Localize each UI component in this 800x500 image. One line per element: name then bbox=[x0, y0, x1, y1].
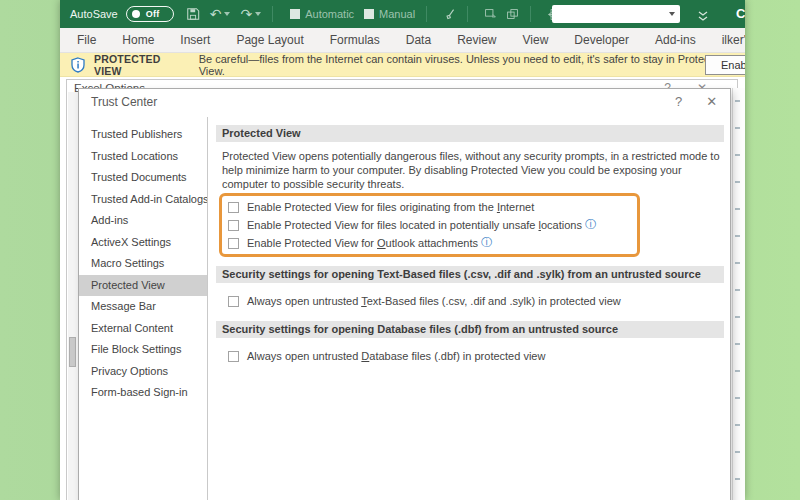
redo-dropdown-icon[interactable] bbox=[255, 12, 261, 16]
checkbox-database-files[interactable] bbox=[228, 351, 239, 362]
format-painter-icon[interactable] bbox=[443, 8, 456, 21]
sidebar-item-form-based-sign-in[interactable]: Form-based Sign-in bbox=[79, 382, 207, 404]
manual-checkbox[interactable] bbox=[364, 9, 374, 19]
ribbon-tab-bar: File Home Insert Page Layout Formulas Da… bbox=[60, 28, 745, 53]
trust-center-close-button[interactable]: ✕ bbox=[706, 94, 717, 109]
checkbox-row-text-based-files[interactable]: Always open untrusted Text-Based files (… bbox=[228, 292, 724, 310]
sidebar-item-trusted-documents[interactable]: Trusted Documents bbox=[79, 167, 207, 189]
trust-center-sidebar: Trusted Publishers Trusted Locations Tru… bbox=[79, 117, 208, 500]
checkbox-text-based-files[interactable] bbox=[228, 296, 239, 307]
autosave-toggle-knob bbox=[132, 10, 140, 18]
tab-formulas[interactable]: Formulas bbox=[317, 33, 393, 47]
save-icon[interactable] bbox=[186, 7, 200, 21]
sidebar-item-privacy-options[interactable]: Privacy Options bbox=[79, 361, 207, 383]
protected-view-panel: Protected View Protected View opens pote… bbox=[208, 117, 730, 500]
trust-center-help-button[interactable]: ? bbox=[675, 94, 682, 109]
sidebar-item-message-bar[interactable]: Message Bar bbox=[79, 296, 207, 318]
enable-editing-button[interactable]: Enable Editing bbox=[705, 55, 745, 75]
scrollbar-thumb[interactable] bbox=[69, 337, 76, 367]
sidebar-item-file-block-settings[interactable]: File Block Settings bbox=[79, 339, 207, 361]
checkbox-row-internet-files[interactable]: Enable Protected View for files originat… bbox=[228, 198, 631, 216]
autosave-state-label: Off bbox=[146, 9, 160, 19]
checkbox-label: Enable Protected View for files located … bbox=[247, 219, 582, 231]
checkbox-label: Always open untrusted Database files (.d… bbox=[247, 350, 545, 362]
checkbox-row-unsafe-locations[interactable]: Enable Protected View for files located … bbox=[228, 216, 631, 234]
tab-view[interactable]: View bbox=[510, 33, 562, 47]
account-avatar[interactable]: C bbox=[736, 6, 745, 21]
automatic-checkbox[interactable] bbox=[290, 9, 300, 19]
sidebar-item-add-ins[interactable]: Add-ins bbox=[79, 210, 207, 232]
message-bar-title: PROTECTED VIEW bbox=[94, 53, 190, 77]
excel-window: AutoSave Off ↶ ↷ Automatic Manual bbox=[60, 0, 745, 500]
message-bar-text: Be careful—files from the Internet can c… bbox=[199, 53, 745, 77]
checkbox-label: Enable Protected View for files originat… bbox=[247, 201, 534, 213]
combobox-arrow-icon bbox=[669, 12, 675, 16]
trust-center-dialog: Trust Center ? ✕ Trusted Publishers Trus… bbox=[78, 88, 731, 500]
separator bbox=[272, 6, 273, 22]
sidebar-item-macro-settings[interactable]: Macro Settings bbox=[79, 253, 207, 275]
highlight-box: Enable Protected View for files originat… bbox=[219, 193, 640, 257]
tab-data[interactable]: Data bbox=[393, 33, 444, 47]
checkbox-outlook-attachments[interactable] bbox=[228, 238, 239, 249]
tab-file[interactable]: File bbox=[64, 33, 109, 47]
checkbox-unsafe-locations[interactable] bbox=[228, 220, 239, 231]
undo-icon[interactable]: ↶ bbox=[210, 7, 222, 21]
trust-center-titlebar[interactable]: Trust Center ? ✕ bbox=[79, 89, 730, 117]
checkbox-row-database-files[interactable]: Always open untrusted Database files (.d… bbox=[228, 347, 724, 365]
shield-info-icon bbox=[71, 57, 85, 73]
sidebar-item-external-content[interactable]: External Content bbox=[79, 318, 207, 340]
protected-view-description: Protected View opens potentially dangero… bbox=[216, 142, 724, 192]
separator bbox=[530, 6, 531, 22]
automatic-label: Automatic bbox=[305, 8, 354, 20]
message-bar: PROTECTED VIEW Be careful—files from the… bbox=[60, 53, 745, 77]
redo-icon[interactable]: ↷ bbox=[240, 7, 252, 21]
checkbox-row-outlook-attachments[interactable]: Enable Protected View for Outlook attach… bbox=[228, 234, 631, 252]
tab-add-ins[interactable]: Add-ins bbox=[642, 33, 709, 47]
database-section-header: Security settings for opening Database f… bbox=[216, 321, 724, 338]
tab-ilkers[interactable]: ilker's bbox=[709, 33, 745, 47]
worksheet-row-marks bbox=[735, 100, 740, 500]
checkbox-label: Enable Protected View for Outlook attach… bbox=[247, 237, 478, 249]
checkbox-internet-files[interactable] bbox=[228, 202, 239, 213]
tile-windows-icon[interactable] bbox=[506, 8, 519, 21]
autosave-label: AutoSave bbox=[70, 8, 118, 20]
sidebar-item-protected-view[interactable]: Protected View bbox=[79, 275, 207, 297]
quick-access-combobox[interactable] bbox=[552, 5, 680, 23]
sidebar-item-activex-settings[interactable]: ActiveX Settings bbox=[79, 232, 207, 254]
sidebar-item-trusted-add-in-catalogs[interactable]: Trusted Add-in Catalogs bbox=[79, 189, 207, 211]
autosave-toggle[interactable]: Off bbox=[126, 6, 174, 22]
separator bbox=[467, 6, 468, 22]
trust-center-title: Trust Center bbox=[91, 95, 157, 109]
info-icon[interactable]: ⓘ bbox=[481, 237, 493, 249]
checkbox-label: Always open untrusted Text-Based files (… bbox=[247, 295, 621, 307]
tab-developer[interactable]: Developer bbox=[561, 33, 642, 47]
title-bar: AutoSave Off ↶ ↷ Automatic Manual bbox=[60, 0, 745, 28]
text-based-section-header: Security settings for opening Text-Based… bbox=[216, 266, 724, 283]
protected-view-section-header: Protected View bbox=[216, 125, 724, 142]
sidebar-item-trusted-publishers[interactable]: Trusted Publishers bbox=[79, 124, 207, 146]
separator bbox=[426, 6, 427, 22]
tab-page-layout[interactable]: Page Layout bbox=[223, 33, 316, 47]
cascade-windows-icon[interactable] bbox=[484, 8, 497, 21]
manual-label: Manual bbox=[379, 8, 415, 20]
tab-review[interactable]: Review bbox=[444, 33, 509, 47]
info-icon[interactable]: ⓘ bbox=[585, 219, 597, 231]
tab-insert[interactable]: Insert bbox=[167, 33, 223, 47]
worksheet-edge bbox=[732, 88, 745, 500]
undo-dropdown-icon[interactable] bbox=[224, 12, 230, 16]
sidebar-item-trusted-locations[interactable]: Trusted Locations bbox=[79, 146, 207, 168]
tab-home[interactable]: Home bbox=[109, 33, 167, 47]
ribbon-display-options-icon[interactable] bbox=[697, 8, 709, 26]
